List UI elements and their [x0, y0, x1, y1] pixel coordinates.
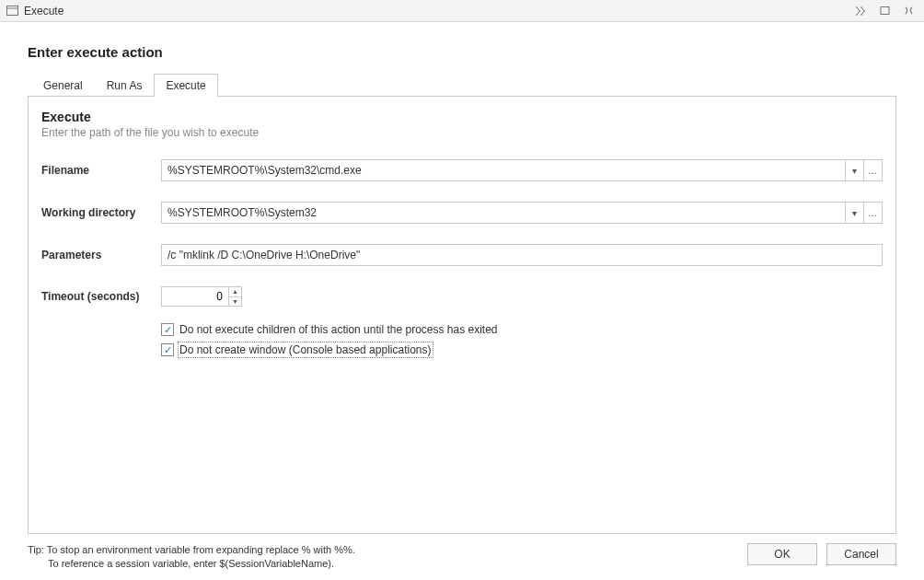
tip-line1: Tip: To stop an environment variable fro…: [28, 543, 355, 557]
checkbox-wait-children-label[interactable]: Do not execute children of this action u…: [179, 323, 498, 336]
timeout-spin-up[interactable]: ▲: [229, 286, 242, 296]
row-timeout: Timeout (seconds) ▲ ▼: [41, 286, 883, 307]
workingdir-browse-button[interactable]: …: [864, 202, 883, 224]
tab-general[interactable]: General: [31, 74, 95, 97]
window-icon: [6, 5, 18, 17]
svg-point-5: [863, 10, 865, 12]
workingdir-label: Working directory: [41, 206, 161, 219]
checkbox-no-window-label[interactable]: Do not create window (Console based appl…: [179, 343, 432, 356]
workingdir-input[interactable]: [161, 202, 846, 224]
timeout-spin-down[interactable]: ▼: [229, 296, 242, 307]
svg-point-7: [860, 14, 862, 16]
tip-text: Tip: To stop an environment variable fro…: [28, 543, 355, 571]
checkbox-wait-children[interactable]: ✓: [161, 323, 174, 336]
svg-point-2: [856, 6, 858, 8]
filename-browse-button[interactable]: …: [864, 159, 883, 181]
timeout-input[interactable]: [161, 286, 229, 307]
title-bar: Execute: [0, 0, 924, 22]
ellipsis-icon: …: [868, 166, 878, 176]
timeout-label: Timeout (seconds): [41, 290, 161, 303]
parameters-input[interactable]: [161, 244, 883, 266]
ok-button[interactable]: OK: [747, 543, 817, 565]
cancel-button[interactable]: Cancel: [826, 543, 896, 565]
row-check-wait: ✓ Do not execute children of this action…: [161, 323, 883, 336]
maximize-button[interactable]: [874, 2, 895, 20]
filename-label: Filename: [41, 164, 161, 177]
ellipsis-icon: …: [868, 208, 878, 218]
window-title: Execute: [24, 5, 64, 17]
tab-panel-execute: Execute Enter the path of the file you w…: [28, 96, 896, 534]
row-check-nowindow: ✓ Do not create window (Console based ap…: [161, 343, 883, 356]
parameters-label: Parameters: [41, 249, 161, 261]
svg-point-6: [856, 14, 858, 16]
section-subtitle: Enter the path of the file you wish to e…: [41, 126, 883, 139]
page-title: Enter execute action: [28, 44, 896, 60]
check-icon: ✓: [164, 345, 172, 355]
row-filename: Filename ▾ …: [41, 159, 883, 181]
tab-execute[interactable]: Execute: [154, 74, 217, 97]
close-button[interactable]: [898, 2, 918, 20]
chevron-up-icon: ▲: [232, 288, 238, 295]
workingdir-dropdown-button[interactable]: ▾: [846, 202, 864, 224]
chevron-down-icon: ▾: [852, 208, 857, 218]
checkbox-no-window[interactable]: ✓: [161, 343, 174, 356]
tip-line2: To reference a session variable, enter $…: [28, 557, 355, 571]
filename-input[interactable]: [161, 159, 846, 181]
section-title: Execute: [41, 110, 883, 124]
tab-strip: General Run As Execute: [31, 73, 896, 96]
row-workingdir: Working directory ▾ …: [41, 202, 883, 224]
svg-point-4: [859, 10, 860, 12]
check-icon: ✓: [164, 325, 172, 335]
filename-dropdown-button[interactable]: ▾: [846, 159, 864, 181]
timeout-spinner[interactable]: ▲ ▼: [161, 286, 244, 307]
tab-runas[interactable]: Run As: [95, 74, 155, 97]
svg-rect-0: [6, 6, 17, 16]
chevron-down-icon: ▾: [852, 166, 857, 176]
row-parameters: Parameters: [41, 244, 883, 266]
svg-rect-8: [881, 7, 889, 15]
chevron-down-icon: ▼: [232, 298, 238, 305]
svg-point-3: [860, 6, 862, 8]
help-button[interactable]: [850, 2, 871, 20]
